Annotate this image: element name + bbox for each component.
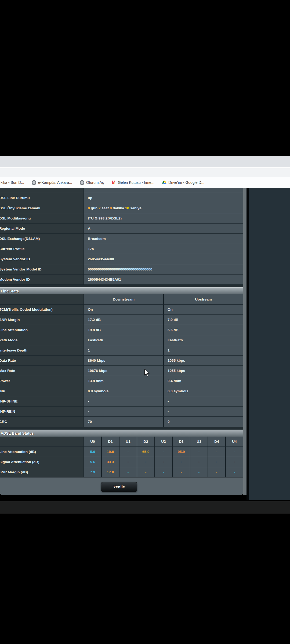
row-value-cell: 0 gün 2 saat 0 dakika 10 saniye	[84, 203, 243, 213]
row-label-cell	[0, 188, 84, 193]
table-row: System Vendor ID2605443544e00	[0, 254, 243, 264]
column-header-u3: U3	[190, 437, 208, 447]
band-value-cell: -	[208, 457, 225, 467]
band-value-cell: -	[190, 457, 208, 467]
band-value-cell: 33.3	[101, 457, 119, 467]
line-stats-header: Line Stats	[0, 287, 243, 294]
band-value-cell: 19.8	[101, 447, 119, 457]
row-label-cell: TCM(Trellis Coded Modulation)	[0, 305, 84, 315]
row-label-cell: Regional Mode	[0, 224, 84, 234]
downstream-value-cell: On	[84, 305, 163, 315]
bookmark-item[interactable]: Drive'ım - Google D...	[162, 180, 204, 185]
upstream-value-cell: -	[163, 396, 243, 407]
browser-tab-strip	[0, 156, 290, 167]
band-value-cell: -	[208, 467, 225, 477]
row-value-cell: A	[84, 224, 243, 234]
table-row: Current Profile17a	[0, 244, 243, 254]
bookmarks-bar: kika - Son D...e-Kampüs: Ankara...Oturum…	[0, 177, 290, 188]
upstream-value-cell: 1055 kbps	[163, 366, 243, 376]
downstream-value-cell: -	[84, 396, 163, 407]
row-label-cell: DSL Link Durumu	[0, 193, 84, 203]
column-header-d3: D3	[172, 437, 190, 447]
table-row: INP-SHINE--	[0, 396, 243, 407]
row-label-cell: Data Rate	[0, 356, 84, 366]
bookmark-label: e-Kampüs: Ankara...	[38, 180, 72, 185]
band-value-cell: -	[225, 457, 243, 467]
row-label-cell: INP	[0, 386, 84, 396]
upstream-value-cell: 5.6 dB	[163, 325, 243, 335]
downstream-value-cell: 1	[84, 345, 163, 356]
column-header-u0: U0	[84, 437, 101, 447]
row-label-cell	[0, 294, 84, 305]
table-row: System Vendor Model ID000000000000000000…	[0, 264, 243, 275]
band-value-cell: -	[137, 457, 154, 467]
table-row: Signal Attenuation (dB)5.633.3-------	[0, 457, 243, 467]
upstream-value-cell: 0.4 dbm	[163, 376, 243, 386]
band-value-cell: -	[154, 447, 172, 457]
upstream-value-cell: FastPath	[163, 335, 243, 345]
column-header-u4: U4	[225, 437, 243, 447]
section-title: Line Stats	[1, 289, 19, 293]
bookmark-label: kika - Son D...	[1, 180, 24, 185]
globe-icon	[80, 180, 84, 185]
table-header-row: DownstreamUpstream	[0, 294, 243, 305]
upstream-value-cell: On	[163, 305, 243, 315]
upstream-value-cell: 7.9 dB	[163, 315, 243, 325]
table-row: Regional ModeA	[0, 224, 243, 234]
column-header-d4: D4	[208, 437, 225, 447]
downstream-value-cell: -	[84, 407, 163, 417]
table-row: Path ModeFastPathFastPath	[0, 335, 243, 345]
table-row-partial	[0, 188, 243, 193]
page-side-background	[249, 188, 290, 500]
row-label-cell: Path Mode	[0, 335, 84, 345]
table-row: CRC700	[0, 417, 243, 427]
bookmark-item[interactable]: e-Kampüs: Ankara...	[32, 180, 72, 185]
refresh-button[interactable]: Yenile	[101, 482, 137, 492]
browser-toolbar	[0, 168, 290, 177]
upstream-value-cell: 0.0 symbols	[163, 386, 243, 396]
bookmark-item[interactable]: kika - Son D...	[1, 180, 24, 185]
column-header-downstream: Downstream	[84, 294, 163, 305]
row-label-cell: Interleave Depth	[0, 345, 84, 356]
window-edge	[247, 188, 249, 500]
bookmark-item[interactable]: Oturum Aç	[80, 180, 104, 185]
band-value-cell: 5.6	[84, 457, 101, 467]
column-header-u2: U2	[154, 437, 172, 447]
bookmark-label: Gelen Kutusu - hme...	[118, 180, 154, 185]
table-header-row: U0D1U1D2U2D3U3D4U4	[0, 437, 243, 447]
bookmark-item[interactable]: MGelen Kutusu - hme...	[111, 180, 154, 185]
upstream-value-cell: -	[163, 407, 243, 417]
table-row: TCM(Trellis Coded Modulation)OnOn	[0, 305, 243, 315]
actions-panel: Yenile	[0, 477, 243, 495]
band-value-cell: -	[119, 457, 137, 467]
upstream-value-cell: 1	[163, 345, 243, 356]
downstream-value-cell: FastPath	[84, 335, 163, 345]
table-row: SNR Margin (dB)7.917.0-------	[0, 467, 243, 477]
vdsl-band-status-table: U0D1U1D2U2D3U3D4U4Line Attenuation (dB)5…	[0, 437, 243, 477]
table-row: SNR Margin17.2 dB7.9 dB	[0, 315, 243, 325]
table-row: DSL ModülasyonuITU G.993.2(VDSL2)	[0, 213, 243, 224]
row-label-cell: Current Profile	[0, 244, 84, 254]
table-row: Line Attenuation19.8 dB5.6 dB	[0, 325, 243, 335]
row-label-cell	[0, 437, 84, 447]
row-label-cell: DSL Modülasyonu	[0, 213, 84, 224]
table-row: Data Rate8640 kbps1055 kbps	[0, 356, 243, 366]
row-label-cell: System Vendor Model ID	[0, 264, 84, 275]
band-value-cell: -	[225, 467, 243, 477]
downstream-value-cell: 19676 kbps	[84, 366, 163, 376]
row-label-cell: INP-REIN	[0, 407, 84, 417]
bookmark-label: Drive'ım - Google D...	[168, 180, 204, 185]
browser-scrollbar[interactable]	[243, 188, 247, 495]
band-value-cell: -	[119, 447, 137, 457]
globe-favicon-icon	[80, 180, 84, 185]
bottom-band	[0, 501, 290, 514]
row-label-cell: DSL Önyükleme zamanı	[0, 203, 84, 213]
band-value-cell: -	[190, 467, 208, 477]
band-value-cell: -	[154, 457, 172, 467]
band-value-cell: 17.0	[101, 467, 119, 477]
table-row: Power13.8 dbm0.4 dbm	[0, 376, 243, 386]
band-value-cell: -	[190, 447, 208, 457]
vdsl-band-status-header: VDSL Band Status	[0, 430, 243, 437]
downstream-value-cell: 0.9 symbols	[84, 386, 163, 396]
row-label-cell: Line Attenuation	[0, 325, 84, 335]
